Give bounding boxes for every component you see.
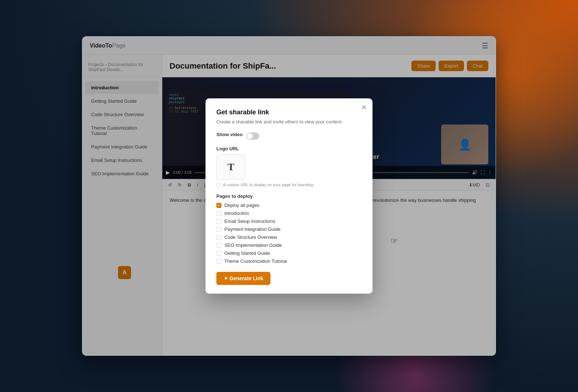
show-video-toggle[interactable] (246, 132, 259, 140)
page-item-2: Email Setup Instructions (216, 219, 362, 224)
page-checkbox-7[interactable] (216, 259, 221, 264)
modal-close-button[interactable]: ✕ (361, 104, 367, 111)
page-item-3: Payment Integration Guide (216, 226, 362, 232)
page-label-1: Introduction (224, 211, 249, 216)
show-video-label: Show video (216, 132, 243, 137)
logo-upload-area[interactable]: T (216, 154, 245, 180)
pages-list: Deploy all pagesIntroductionEmail Setup … (216, 203, 362, 264)
page-item-0: Deploy all pages (216, 203, 362, 208)
page-item-7: Theme Customization Tutorial (216, 258, 362, 264)
page-checkbox-5[interactable] (216, 243, 221, 248)
page-item-6: Getting Started Guide (216, 250, 362, 256)
cursor-hand: ☞ (391, 236, 398, 246)
page-label-5: SEO Implementation Guide (224, 242, 282, 248)
page-label-4: Code Structure Overview (224, 234, 277, 240)
page-checkbox-3[interactable] (216, 227, 221, 232)
page-label-0: Deploy all pages (224, 203, 259, 208)
radio-dot (216, 183, 221, 187)
modal: Get sharable link Create a sharable link… (205, 98, 373, 294)
modal-overlay: Get sharable link Create a sharable link… (82, 37, 496, 355)
logo-url-label: Logo URL (216, 146, 362, 151)
page-checkbox-2[interactable] (216, 219, 221, 224)
page-label-3: Payment Integration Guide (224, 226, 281, 232)
modal-title: Get sharable link (216, 109, 362, 116)
page-checkbox-6[interactable] (216, 251, 221, 256)
logo-placeholder: T (228, 161, 235, 173)
page-label-2: Email Setup Instructions (224, 219, 275, 224)
pages-label: Pages to deploy (216, 193, 362, 199)
page-item-5: SEO Implementation Guide (216, 242, 362, 248)
page-label-6: Getting Started Guide (224, 250, 270, 256)
page-item-1: Introduction (216, 211, 362, 216)
page-checkbox-4[interactable] (216, 235, 221, 240)
page-checkbox-0[interactable] (216, 203, 221, 208)
logo-hint: A custom URL to display on your page for… (216, 183, 362, 187)
generate-link-button[interactable]: ✦ Generate Link (216, 272, 270, 285)
page-item-4: Code Structure Overview (216, 234, 362, 240)
modal-subtitle: Create a sharable link and invite others… (216, 119, 362, 124)
page-checkbox-1[interactable] (216, 211, 221, 216)
show-video-row: Show video (216, 132, 362, 140)
page-label-7: Theme Customization Tutorial (224, 258, 287, 264)
